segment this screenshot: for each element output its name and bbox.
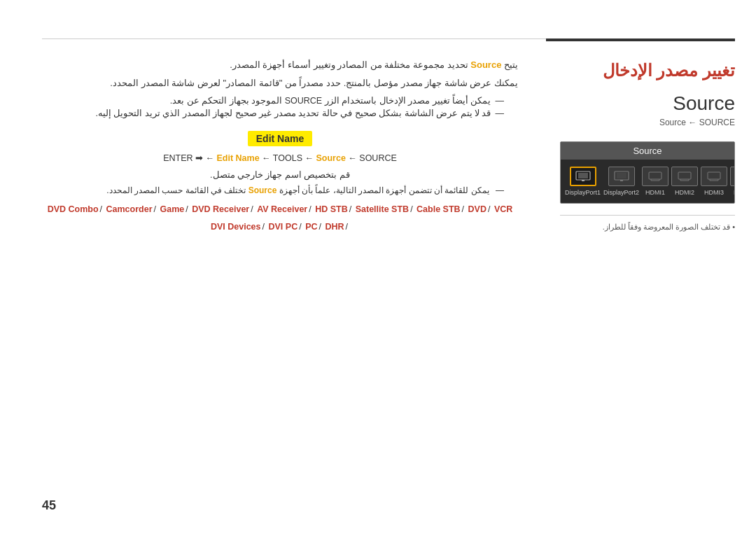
bottom-note-text: • (730, 223, 735, 231)
icon-box-hdmi4 (730, 167, 735, 186)
source-item-displayport2[interactable]: DisplayPort2 (603, 167, 639, 196)
device-list-note: يمكن للقائمة أن تتضمن أجهزة المصدر التال… (42, 185, 518, 195)
svg-rect-1 (578, 173, 588, 178)
bottom-note: • قد تختلف الصورة المعروضة وفقاً للطراز. (560, 215, 735, 232)
source-item-hdmi1[interactable]: HDMI1 (642, 167, 668, 196)
bullet-item-2: قد لا يتم عرض الشاشة بشكل صحيح في حالة ت… (42, 108, 504, 118)
bottom-note-content: قد تختلف الصورة المعروضة وفقاً للطراز. (603, 223, 730, 231)
icon-box-displayport2 (608, 167, 635, 186)
right-sidebar: تغيير مصدر الإدخال Source Source ← SOURC… (546, 0, 756, 534)
bullet-item-1: يمكن أيضاً تغيير مصدر الإدخال باستخدام ا… (42, 95, 504, 106)
source-path: Source ← SOURCE (560, 118, 735, 127)
icon-box-displayport1 (570, 167, 596, 186)
left-content: يتيح Source تحديد مجموعة مختلفة من المصا… (0, 0, 546, 534)
displayport-icon (575, 171, 591, 182)
label-hdmi3: HDMI3 (704, 189, 724, 196)
source-item-hdmi2[interactable]: HDMI2 (671, 167, 698, 196)
source-widget-body: DisplayPort1 DisplayPort2 (561, 160, 734, 203)
source-link-path: Source (316, 153, 345, 163)
svg-rect-8 (708, 172, 720, 179)
svg-rect-2 (582, 180, 584, 181)
edit-name-section: Edit Name (42, 131, 518, 146)
arabic-para1: يتيح Source تحديد مجموعة مختلفة من المصا… (42, 56, 518, 74)
edit-name-link: Edit Name (217, 153, 260, 163)
device-types: DVD Combo/ Camcorder/ Game/ DVD Receiver… (42, 201, 518, 236)
label-hdmi1: HDMI1 (645, 189, 665, 196)
source-title: Source (560, 92, 735, 115)
tools-path: ENTER ➡ ← Edit Name ← TOOLS ← Source ← S… (42, 150, 518, 167)
page-container: يتيح Source تحديد مجموعة مختلفة من المصا… (0, 0, 756, 534)
source-link-device: Source (248, 185, 277, 195)
icon-box-hdmi2 (671, 167, 698, 186)
label-displayport1: DisplayPort1 (565, 189, 601, 196)
source-widget: Source DisplayPort1 (560, 141, 735, 204)
bullet-items: يمكن أيضاً تغيير مصدر الإدخال باستخدام ا… (42, 95, 518, 118)
page-number: 45 (42, 498, 56, 513)
arabic-intro: يتيح Source تحديد مجموعة مختلفة من المصا… (42, 56, 518, 92)
arabic-para2: يمكنك عرض شاشة جهاز مصدر مؤصل بالمنتج. ح… (42, 74, 518, 92)
arrow-icon: ← (688, 118, 699, 127)
customize-text: قم بتخصيص اسم جهاز خارجي متصل. (42, 169, 518, 180)
label-displayport2: DisplayPort2 (603, 189, 639, 196)
svg-rect-7 (678, 172, 691, 179)
source-item-hdmi3[interactable]: HDMI3 (701, 167, 727, 196)
device-types-line1: DVD Combo/ Camcorder/ Game/ DVD Receiver… (42, 201, 518, 218)
edit-name-badge: Edit Name (248, 131, 312, 146)
displayport2-icon (614, 171, 629, 182)
hdmi3-icon (706, 171, 722, 182)
svg-rect-5 (620, 180, 623, 181)
source-item-displayport1[interactable]: DisplayPort1 (565, 167, 601, 196)
source-value: SOURCE (699, 118, 735, 127)
top-line (42, 38, 546, 39)
source-widget-header: Source (561, 142, 734, 160)
label-hdmi4: HDMI4 (734, 189, 735, 196)
icon-box-hdmi1 (642, 167, 668, 186)
icon-box-hdmi3 (701, 167, 727, 186)
source-link-1: Source (470, 59, 501, 70)
label-hdmi2: HDMI2 (675, 189, 694, 196)
right-top-line (546, 38, 735, 41)
source-item-hdmi4[interactable]: HDMI4 (730, 167, 735, 196)
device-types-line2: DVI Devices/ DVI PC/ PC/ DHR/ (42, 218, 518, 236)
hdmi1-icon (648, 171, 663, 182)
hdmi2-icon (677, 171, 692, 182)
svg-rect-4 (617, 173, 626, 178)
arabic-title: تغيير مصدر الإدخال (560, 59, 735, 81)
svg-rect-6 (649, 172, 662, 179)
source-text: Source (659, 118, 686, 127)
